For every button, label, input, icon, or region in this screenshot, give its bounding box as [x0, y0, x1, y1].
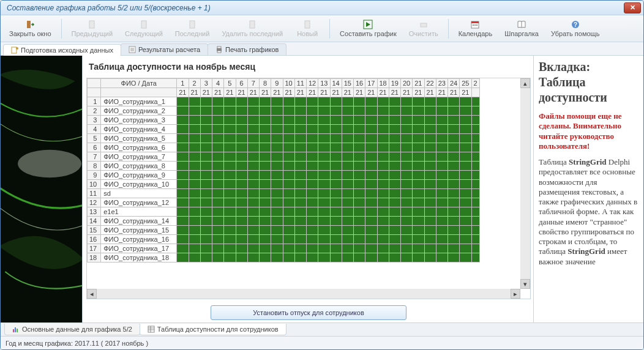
availability-cell[interactable] [224, 198, 236, 207]
availability-cell[interactable] [436, 106, 447, 116]
availability-cell[interactable] [354, 253, 365, 262]
availability-cell[interactable] [354, 189, 365, 198]
tab-main-data[interactable]: Основные данные для графика 5/2 [4, 324, 140, 335]
availability-cell[interactable] [236, 134, 247, 143]
availability-cell[interactable] [424, 171, 436, 180]
scroll-up-icon[interactable]: ▴ [520, 78, 530, 88]
availability-cell[interactable] [271, 97, 283, 106]
availability-cell[interactable] [307, 207, 318, 217]
availability-cell[interactable] [436, 207, 447, 217]
availability-cell[interactable] [318, 226, 330, 235]
availability-cell[interactable] [294, 106, 306, 116]
availability-cell[interactable] [401, 134, 413, 143]
availability-cell[interactable] [330, 125, 342, 134]
availability-cell[interactable] [354, 134, 365, 143]
availability-cell[interactable] [260, 217, 271, 226]
table-row[interactable]: 5ФИО_сотрудника_5 [88, 134, 480, 143]
availability-cell[interactable] [189, 180, 200, 189]
availability-cell[interactable] [354, 171, 365, 180]
availability-cell[interactable] [307, 143, 318, 152]
availability-cell[interactable] [413, 125, 424, 134]
availability-cell[interactable] [354, 217, 365, 226]
availability-cell[interactable] [424, 162, 436, 171]
availability-cell[interactable] [424, 207, 436, 217]
availability-cell[interactable] [283, 244, 294, 253]
availability-cell[interactable] [294, 217, 306, 226]
availability-cell[interactable] [294, 207, 306, 217]
availability-cell[interactable] [401, 143, 413, 152]
availability-cell[interactable] [283, 235, 294, 244]
availability-cell[interactable] [200, 180, 212, 189]
availability-cell[interactable] [377, 143, 389, 152]
availability-cell[interactable] [448, 189, 460, 198]
fio-cell[interactable]: ФИО_сотрудника_17 [101, 244, 177, 253]
availability-cell[interactable] [460, 207, 471, 217]
availability-cell[interactable] [318, 162, 330, 171]
availability-cell[interactable] [307, 189, 318, 198]
availability-cell[interactable] [294, 180, 306, 189]
availability-cell[interactable] [354, 143, 365, 152]
availability-cell[interactable] [413, 244, 424, 253]
availability-cell[interactable] [260, 162, 271, 171]
availability-cell[interactable] [236, 217, 247, 226]
availability-cell[interactable] [294, 244, 306, 253]
availability-cell[interactable] [177, 116, 189, 125]
availability-cell[interactable] [177, 97, 189, 106]
fio-cell[interactable]: ФИО_сотрудника_16 [101, 235, 177, 244]
availability-cell[interactable] [212, 235, 224, 244]
availability-cell[interactable] [413, 171, 424, 180]
availability-cell[interactable] [389, 116, 400, 125]
availability-cell[interactable] [448, 244, 460, 253]
availability-cell[interactable] [236, 244, 247, 253]
availability-cell[interactable] [460, 253, 471, 262]
availability-cell[interactable] [342, 125, 353, 134]
availability-cell[interactable] [236, 116, 247, 125]
availability-cell[interactable] [413, 226, 424, 235]
table-row[interactable]: 9ФИО_сотрудника_9 [88, 171, 480, 180]
availability-cell[interactable] [365, 116, 377, 125]
availability-cell[interactable] [401, 162, 413, 171]
availability-cell[interactable] [342, 162, 353, 171]
availability-cell[interactable] [200, 162, 212, 171]
availability-cell[interactable] [236, 198, 247, 207]
fio-cell[interactable]: ФИО_сотрудника_2 [101, 106, 177, 116]
availability-cell[interactable] [365, 125, 377, 134]
availability-cell[interactable] [212, 226, 224, 235]
availability-cell[interactable] [342, 97, 353, 106]
availability-cell[interactable] [247, 116, 259, 125]
availability-cell[interactable] [236, 143, 247, 152]
availability-cell[interactable] [271, 106, 283, 116]
table-row[interactable]: 13e1e1 [88, 207, 480, 217]
availability-cell[interactable] [365, 217, 377, 226]
availability-cell[interactable] [283, 198, 294, 207]
availability-cell[interactable] [401, 106, 413, 116]
availability-cell[interactable] [177, 162, 189, 171]
table-row[interactable]: 18ФИО_сотрудника_18 [88, 253, 480, 262]
availability-cell[interactable] [212, 244, 224, 253]
availability-cell[interactable] [342, 152, 353, 162]
availability-cell[interactable] [283, 180, 294, 189]
availability-cell[interactable] [177, 152, 189, 162]
availability-cell[interactable] [224, 217, 236, 226]
availability-cell[interactable] [189, 106, 200, 116]
availability-cell[interactable] [377, 125, 389, 134]
availability-cell[interactable] [224, 143, 236, 152]
availability-cell[interactable] [236, 189, 247, 198]
availability-cell[interactable] [247, 198, 259, 207]
availability-cell[interactable] [330, 143, 342, 152]
fio-cell[interactable]: ФИО_сотрудника_9 [101, 171, 177, 180]
availability-cell[interactable] [377, 152, 389, 162]
availability-cell[interactable] [448, 125, 460, 134]
availability-cell[interactable] [247, 253, 259, 262]
availability-cell[interactable] [271, 244, 283, 253]
availability-cell[interactable] [330, 207, 342, 217]
availability-cell[interactable] [200, 152, 212, 162]
availability-cell[interactable] [342, 116, 353, 125]
availability-cell[interactable] [389, 134, 400, 143]
availability-cell[interactable] [436, 189, 447, 198]
availability-cell[interactable] [200, 116, 212, 125]
availability-cell[interactable] [389, 143, 400, 152]
availability-cell[interactable] [377, 244, 389, 253]
compose-button[interactable]: Составить график [334, 18, 403, 39]
fio-cell[interactable]: ФИО_сотрудника_12 [101, 198, 177, 207]
